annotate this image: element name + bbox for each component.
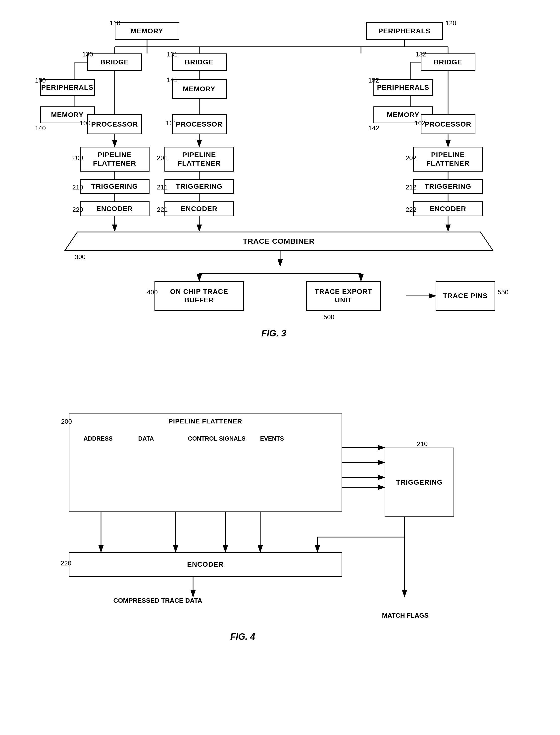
- triggering-center-box: TRIGGERING: [164, 179, 234, 194]
- fig4-label: FIG. 4: [193, 632, 293, 642]
- trace-combiner-box: TRACE COMBINER: [57, 231, 500, 251]
- ref-152: 152: [368, 77, 379, 84]
- bridge-right-box: BRIDGE: [421, 53, 475, 71]
- ref-150: 150: [35, 77, 46, 84]
- encoder-right-box: ENCODER: [413, 201, 483, 216]
- ref-211: 211: [157, 184, 168, 191]
- ref-130: 130: [82, 50, 93, 58]
- trace-pins-box: TRACE PINS: [436, 281, 495, 311]
- fig4-ref-220: 220: [61, 559, 71, 567]
- ref-142: 142: [368, 124, 379, 132]
- ref-200: 200: [72, 154, 83, 162]
- fig4-ref-200: 200: [61, 418, 72, 425]
- data-label: DATA: [138, 435, 154, 442]
- ref-221: 221: [157, 206, 168, 214]
- ref-210: 210: [72, 184, 83, 191]
- bridge-center-box: BRIDGE: [172, 53, 227, 71]
- ref-140: 140: [35, 124, 46, 132]
- peripherals-top-box: PERIPHERALS: [366, 22, 443, 40]
- fig4-diagram: PIPELINE FLATTENER 200 ADDRESS DATA CONT…: [44, 398, 516, 671]
- triggering-right-box: TRIGGERING: [413, 179, 483, 194]
- control-signals-label: CONTROL SIGNALS: [188, 435, 246, 442]
- bridge-left-box: BRIDGE: [87, 53, 142, 71]
- match-flags-label: MATCH FLAGS: [382, 612, 429, 619]
- triggering-fig4-box: TRIGGERING: [385, 447, 454, 517]
- ref-141: 141: [167, 76, 178, 84]
- pipeline-flattener-center-box: PIPELINE FLATTENER: [164, 147, 234, 172]
- ref-201: 201: [157, 154, 168, 162]
- processor-center-box: PROCESSOR: [172, 114, 227, 134]
- ref-202: 202: [406, 154, 416, 162]
- compressed-trace-data-label: COMPRESSED TRACE DATA: [113, 597, 202, 604]
- processor-right-box: PROCESSOR: [421, 114, 475, 134]
- address-label: ADDRESS: [84, 435, 113, 442]
- ref-120: 120: [446, 19, 456, 27]
- encoder-fig4-box: ENCODER: [69, 552, 342, 577]
- ref-131: 131: [167, 50, 178, 58]
- pipeline-flattener-left-box: PIPELINE FLATTENER: [80, 147, 150, 172]
- events-label: EVENTS: [260, 435, 284, 442]
- encoder-left-box: ENCODER: [80, 201, 150, 216]
- on-chip-trace-buffer-box: ON CHIP TRACE BUFFER: [154, 281, 244, 311]
- encoder-center-box: ENCODER: [164, 201, 234, 216]
- ref-110: 110: [110, 19, 120, 27]
- ref-132: 132: [416, 50, 426, 58]
- ref-500: 500: [324, 313, 334, 321]
- ref-101: 101: [166, 119, 177, 127]
- ref-222: 222: [406, 206, 416, 214]
- fig4-ref-210: 210: [417, 440, 428, 448]
- trace-export-unit-box: TRACE EXPORT UNIT: [306, 281, 381, 311]
- ref-400: 400: [147, 289, 158, 296]
- processor-left-box: PROCESSOR: [87, 114, 142, 134]
- ref-102: 102: [415, 119, 425, 127]
- triggering-left-box: TRIGGERING: [80, 179, 150, 194]
- ref-220: 220: [72, 206, 83, 214]
- pipeline-flattener-fig4-box: PIPELINE FLATTENER: [69, 413, 342, 512]
- peripherals-left-box: PERIPHERALS: [40, 79, 95, 96]
- fig3-diagram: MEMORY 110 PERIPHERALS 120 BRIDGE 130 BR…: [25, 15, 535, 383]
- pipeline-flattener-right-box: PIPELINE FLATTENER: [413, 147, 483, 172]
- ref-100: 100: [80, 119, 91, 127]
- memory-top-box: MEMORY: [115, 22, 179, 40]
- memory-center-box: MEMORY: [172, 79, 227, 99]
- ref-550: 550: [498, 289, 509, 296]
- ref-212: 212: [406, 184, 416, 191]
- peripherals-right-box: PERIPHERALS: [373, 79, 433, 96]
- ref-300: 300: [75, 253, 86, 261]
- fig3-label: FIG. 3: [224, 328, 324, 339]
- page: MEMORY 110 PERIPHERALS 120 BRIDGE 130 BR…: [0, 0, 560, 735]
